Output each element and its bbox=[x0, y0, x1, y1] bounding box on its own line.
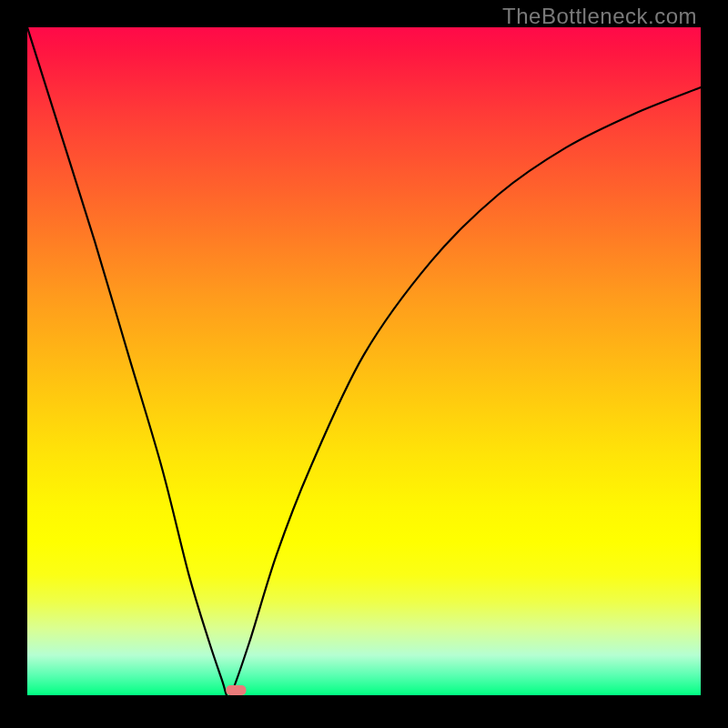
plot-svg bbox=[27, 27, 701, 695]
plot-area bbox=[27, 27, 701, 695]
chart-container: TheBottleneck.com bbox=[0, 0, 728, 728]
min-marker bbox=[226, 685, 246, 695]
bottleneck-curve bbox=[27, 27, 701, 695]
credits-text: TheBottleneck.com bbox=[502, 4, 697, 29]
